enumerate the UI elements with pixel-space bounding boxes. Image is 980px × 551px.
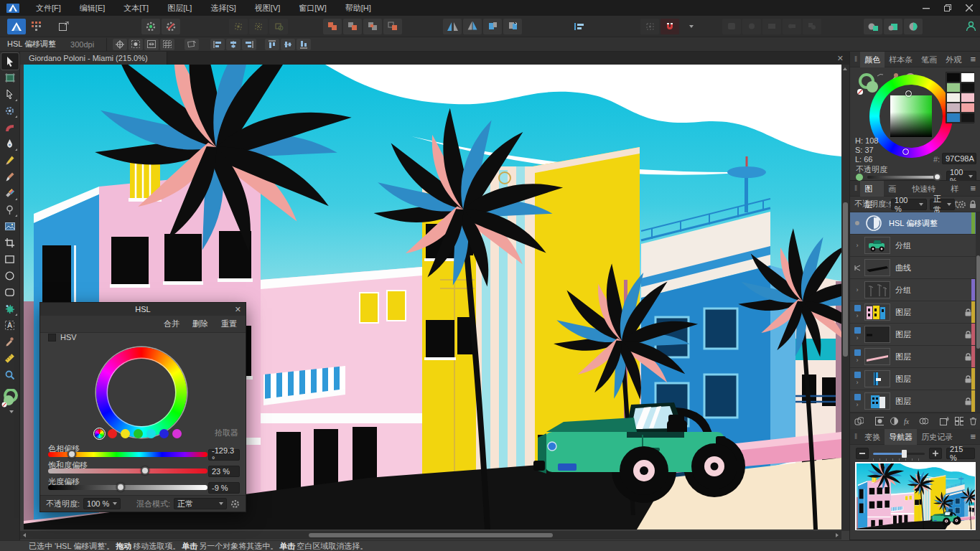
recent-swatches[interactable] [946, 72, 974, 123]
layer-row-buildings[interactable]: › 图层 [850, 301, 980, 324]
zoom-in-button[interactable] [929, 448, 942, 459]
align-top-icon[interactable] [265, 39, 279, 50]
panel-grip[interactable]: ‖ [850, 55, 860, 63]
rotate-selection-icon[interactable] [185, 39, 199, 50]
fill-stroke-wells[interactable] [1, 389, 19, 408]
layer-row-group-palms[interactable]: › 分组 [850, 279, 980, 301]
move-forward-icon[interactable] [483, 19, 502, 34]
node-tool[interactable] [1, 86, 19, 103]
pen-tool[interactable] [1, 136, 19, 152]
channel-green-dot[interactable] [134, 429, 143, 438]
hue-shift-value[interactable]: -129.3 ° [208, 449, 240, 461]
link-layers-icon[interactable] [854, 417, 864, 425]
align-right-icon[interactable] [242, 39, 256, 50]
layer-row-dark[interactable]: › 图层 [850, 324, 980, 346]
color-picker-tool[interactable] [1, 334, 19, 350]
zoom-value[interactable]: 215 % [946, 448, 975, 459]
add-group-icon[interactable] [955, 417, 963, 425]
minimize-button[interactable] [915, 0, 937, 16]
horizontal-scroll-thumb[interactable] [309, 533, 553, 537]
point-transform-tool[interactable] [1, 103, 19, 119]
tab-color[interactable]: 颜色 [860, 52, 885, 67]
luminosity-shift-value[interactable]: -9 % [208, 482, 240, 494]
menu-file[interactable]: 文件[F] [27, 0, 70, 16]
rectangle-tool[interactable] [1, 251, 19, 268]
move-tool[interactable] [1, 53, 19, 70]
luminosity-shift-slider[interactable] [48, 485, 207, 490]
align-center-icon[interactable] [226, 39, 241, 50]
tab-transform[interactable]: 变换 [860, 429, 885, 445]
layer-row-pole[interactable]: › 图层 [850, 368, 980, 390]
picker-button[interactable]: 拾取器 [215, 428, 238, 438]
horizontal-scrollbar[interactable] [20, 531, 841, 540]
select-cycle-icon[interactable] [269, 19, 288, 34]
insert-inside-icon[interactable] [884, 19, 902, 34]
channel-red-dot[interactable] [108, 429, 117, 438]
pixel-persona-button[interactable] [27, 19, 46, 34]
layer-lock-icon[interactable] [965, 397, 971, 405]
settings-gear-icon[interactable] [162, 19, 180, 34]
transform-origin-icon[interactable] [113, 39, 127, 50]
vector-crop-tool[interactable] [1, 235, 19, 251]
flip-vertical-icon[interactable] [463, 19, 482, 34]
delete-layer-icon[interactable] [969, 417, 976, 425]
tab-styles[interactable]: 样式 [946, 181, 970, 197]
saturation-shift-slider[interactable] [48, 468, 207, 474]
layers-blend-dropdown[interactable]: 正常 [930, 199, 955, 210]
zoom-slider[interactable] [873, 450, 925, 457]
restore-button[interactable] [937, 0, 958, 16]
tab-brushes[interactable]: 画笔 [884, 181, 907, 197]
saturation-shift-value[interactable]: 23 % [208, 466, 240, 477]
snapping-magnet-icon[interactable] [661, 19, 679, 34]
dialog-opacity-dropdown[interactable]: 100 % [83, 498, 121, 509]
merge-button[interactable]: 合并 [164, 319, 179, 329]
tab-history[interactable]: 历史记录 [917, 429, 957, 445]
blend-mode-dropdown[interactable]: 正常 [174, 498, 227, 509]
tab-swatches[interactable]: 样本条 [885, 52, 917, 67]
hsl-dialog[interactable]: HSL ✕ 合并 删除 重置 HSV 拾取器 色相偏移 -129.3 ° 饱和度… [39, 302, 246, 512]
document-tab[interactable]: Giordano Poloni - Miami (215.0%) [20, 52, 167, 65]
navigator-thumbnail[interactable] [855, 462, 976, 530]
layer-lock-icon[interactable] [965, 331, 971, 339]
menu-select[interactable]: 选择[S] [201, 0, 245, 16]
layer-lock-icon[interactable] [965, 375, 971, 383]
layer-row-curve-shadow[interactable]: 曲线 [850, 257, 980, 279]
layer-row-hsl-adjustment[interactable]: HSL 偏移调整 [850, 212, 980, 235]
insert-behind-icon[interactable] [864, 19, 882, 34]
delete-button[interactable]: 删除 [192, 319, 208, 329]
close-button[interactable] [958, 0, 980, 16]
pixel-grid-icon[interactable] [160, 39, 174, 50]
layer-lock-icon[interactable] [965, 309, 971, 316]
saturation-shift-thumb[interactable] [141, 466, 149, 475]
panel-opacity-thumb[interactable] [933, 173, 941, 181]
export-persona-button[interactable] [55, 19, 73, 34]
boolean-xor-icon[interactable] [383, 19, 402, 34]
zoom-tool[interactable] [1, 367, 19, 383]
layers-gear-icon[interactable] [958, 200, 966, 209]
layer-lock-icon[interactable] [965, 353, 971, 361]
panel-grip[interactable]: ‖ [850, 184, 860, 192]
snap-bounds-icon[interactable] [640, 19, 659, 34]
layers-lock-icon[interactable] [969, 200, 976, 209]
measure-tool[interactable] [1, 350, 19, 367]
show-handles-icon[interactable] [144, 39, 159, 50]
adjustment-icon[interactable] [890, 417, 898, 425]
fill-gradient-tool[interactable] [1, 202, 19, 218]
pencil-tool[interactable] [1, 152, 19, 169]
hsv-checkbox[interactable]: HSV [48, 333, 77, 342]
hue-shift-slider[interactable] [48, 452, 207, 457]
layer-row-road[interactable]: › 图层 [850, 346, 980, 368]
alignment-icon[interactable] [570, 19, 589, 34]
zoom-slider-thumb[interactable] [902, 450, 907, 458]
corner-tool[interactable] [1, 119, 19, 136]
live-filter-icon[interactable] [919, 417, 928, 425]
hide-selection-icon[interactable] [129, 39, 143, 50]
color-square[interactable] [890, 95, 932, 137]
panel-menu-icon[interactable]: ≡ [970, 431, 980, 442]
panel-menu-icon[interactable]: ≡ [970, 54, 980, 65]
layer-row-building2[interactable]: › 图层 [850, 390, 980, 413]
menu-window[interactable]: 窗口[W] [289, 0, 336, 16]
menu-layer[interactable]: 图层[L] [158, 0, 201, 16]
insert-front-icon[interactable] [904, 19, 923, 34]
panel-opacity-slider[interactable] [867, 176, 939, 179]
